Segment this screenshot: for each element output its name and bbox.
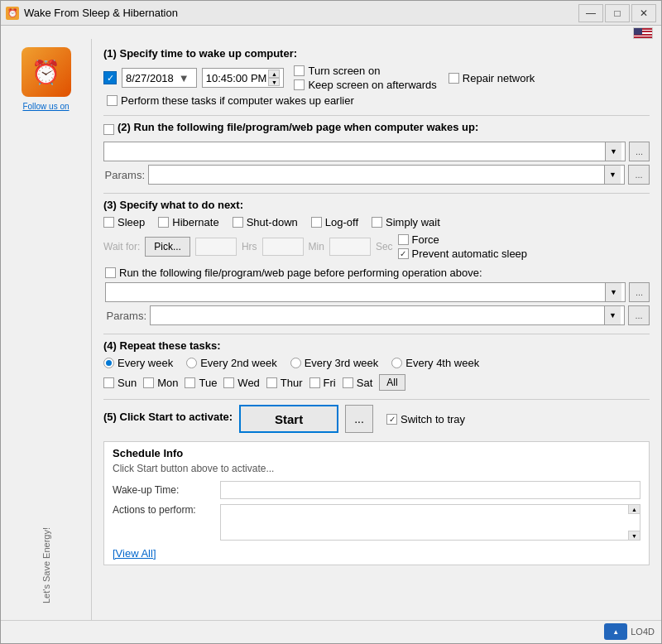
day-tue-text: Tue: [199, 377, 217, 389]
app-icon-small: ⏰: [6, 7, 19, 20]
follow-link[interactable]: Follow us on: [22, 102, 69, 111]
every-week-radio[interactable]: [103, 358, 114, 368]
date-dropdown-arrow[interactable]: ▼: [179, 72, 189, 84]
turn-screen-on-label[interactable]: Turn screen on: [294, 65, 436, 77]
logoff-checkbox[interactable]: [311, 217, 322, 228]
params-combo-3[interactable]: ▼: [150, 305, 625, 325]
params-combo-2[interactable]: ▼: [148, 165, 625, 185]
close-button[interactable]: ✕: [631, 4, 656, 22]
minimize-button[interactable]: —: [578, 4, 603, 22]
day-mon-checkbox[interactable]: [143, 377, 154, 388]
logoff-label[interactable]: Log-off: [311, 216, 358, 228]
actions-label: Actions to perform:: [113, 504, 220, 516]
date-input[interactable]: 8/27/2018 ▼: [122, 68, 197, 88]
day-fri[interactable]: Fri: [309, 377, 336, 389]
run-before-combo[interactable]: ▼: [105, 282, 626, 302]
app-logo: ⏰: [22, 47, 71, 97]
hrs-field[interactable]: [195, 238, 237, 256]
params-combo-3-arrow[interactable]: ▼: [604, 306, 621, 324]
every-2nd-label[interactable]: Every 2nd week: [186, 357, 277, 369]
sleep-checkbox[interactable]: [103, 217, 114, 228]
every-3rd-radio[interactable]: [290, 358, 301, 368]
sleep-label[interactable]: Sleep: [103, 216, 145, 228]
day-sun-checkbox[interactable]: [103, 377, 114, 388]
day-sat[interactable]: Sat: [343, 377, 373, 389]
hibernate-checkbox[interactable]: [158, 217, 169, 228]
force-checkbox[interactable]: [398, 234, 409, 245]
switch-to-tray-label[interactable]: Switch to tray: [386, 413, 465, 425]
time-down-btn[interactable]: ▼: [268, 78, 280, 86]
section-1-title: (1) Specify time to wake up computer:: [103, 47, 650, 60]
run-before-combo-arrow[interactable]: ▼: [605, 283, 621, 301]
section-1-row2: Perform these tasks if computer wakes up…: [107, 94, 650, 107]
min-field[interactable]: [262, 238, 304, 256]
date-check-icon[interactable]: ✓: [103, 71, 117, 84]
simplywait-label[interactable]: Simply wait: [372, 216, 440, 228]
run-before-checkbox[interactable]: [105, 267, 116, 278]
maximize-button[interactable]: □: [605, 4, 630, 22]
window-footer: ▲ LO4D: [1, 620, 661, 643]
params-combo-2-arrow[interactable]: ▼: [604, 166, 621, 184]
every-2nd-radio[interactable]: [186, 358, 197, 368]
prevent-sleep-label[interactable]: Prevent automatic sleep: [398, 248, 527, 260]
start-button[interactable]: Start: [239, 405, 338, 433]
day-tue-checkbox[interactable]: [185, 377, 195, 388]
day-sun[interactable]: Sun: [103, 377, 137, 389]
turn-screen-on-checkbox[interactable]: [294, 65, 305, 76]
every-3rd-label[interactable]: Every 3rd week: [290, 357, 379, 369]
run-before-browse-btn[interactable]: ...: [629, 282, 650, 302]
day-fri-checkbox[interactable]: [309, 377, 320, 388]
run-before-label[interactable]: Run the following file/program/web page …: [105, 267, 650, 279]
section-2-enable[interactable]: (2) Run the following file/program/web p…: [103, 121, 478, 138]
date-enable-checkbox[interactable]: ✓: [103, 71, 117, 84]
actions-scroll-down[interactable]: ▼: [628, 531, 640, 540]
day-mon[interactable]: Mon: [143, 377, 178, 389]
day-tue[interactable]: Tue: [185, 377, 217, 389]
time-input[interactable]: 10:45:00 PM ▲ ▼: [202, 68, 285, 88]
params-label-2: Params:: [103, 169, 145, 181]
force-label[interactable]: Force: [398, 233, 527, 246]
turn-screen-on-text: Turn screen on: [308, 65, 380, 77]
every-4th-radio[interactable]: [391, 358, 402, 368]
repair-network-label[interactable]: Repair network: [449, 72, 535, 84]
view-all-link[interactable]: [View All]: [113, 547, 156, 560]
sec-field[interactable]: [329, 238, 371, 256]
switch-to-tray-checkbox[interactable]: [386, 414, 397, 425]
section-3-title: (3) Specify what to do next:: [103, 199, 650, 211]
perform-tasks-checkbox[interactable]: [107, 95, 118, 106]
actions-scroll-up[interactable]: ▲: [628, 505, 640, 514]
every-4th-label[interactable]: Every 4th week: [391, 357, 479, 369]
keep-screen-label[interactable]: Keep screen on afterwards: [294, 79, 436, 91]
day-wed[interactable]: Wed: [223, 377, 260, 389]
every-week-label[interactable]: Every week: [103, 357, 173, 369]
repair-network-checkbox[interactable]: [449, 73, 459, 84]
day-sat-checkbox[interactable]: [343, 377, 353, 388]
switch-to-tray-text: Switch to tray: [401, 413, 465, 425]
day-sun-text: Sun: [118, 377, 137, 389]
perform-tasks-label[interactable]: Perform these tasks if computer wakes up…: [107, 94, 354, 107]
force-col: Force Prevent automatic sleep: [398, 233, 527, 260]
day-mon-text: Mon: [157, 377, 178, 389]
more-options-button[interactable]: ...: [345, 405, 373, 433]
day-thur-checkbox[interactable]: [266, 377, 277, 388]
prevent-sleep-checkbox[interactable]: [398, 248, 409, 259]
time-up-btn[interactable]: ▲: [268, 70, 280, 78]
every-week-text: Every week: [118, 357, 173, 369]
params-browse-btn-3[interactable]: ...: [628, 305, 650, 325]
every-4th-text: Every 4th week: [405, 357, 479, 369]
shutdown-checkbox[interactable]: [233, 217, 243, 228]
params-browse-btn-2[interactable]: ...: [628, 165, 650, 185]
section-2-checkbox[interactable]: [103, 124, 114, 135]
file-combo[interactable]: ▼: [103, 142, 626, 161]
shutdown-label[interactable]: Shut-down: [233, 216, 298, 228]
day-wed-checkbox[interactable]: [223, 377, 234, 388]
lo4d-icon: ▲: [604, 623, 627, 640]
all-days-button[interactable]: All: [379, 374, 405, 391]
hibernate-label[interactable]: Hibernate: [158, 216, 218, 228]
file-combo-arrow[interactable]: ▼: [605, 142, 621, 161]
pick-button[interactable]: Pick...: [145, 237, 190, 257]
file-browse-btn[interactable]: ...: [629, 142, 650, 161]
day-thur[interactable]: Thur: [266, 377, 303, 389]
simplywait-checkbox[interactable]: [372, 217, 382, 228]
keep-screen-checkbox[interactable]: [294, 79, 305, 90]
